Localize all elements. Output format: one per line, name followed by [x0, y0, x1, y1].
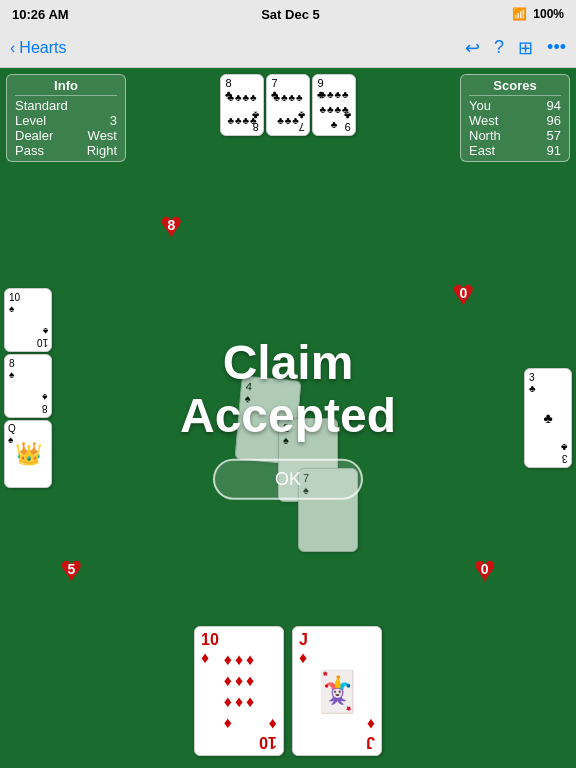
standard-label: Standard: [15, 98, 68, 113]
status-bar: 10:26 AM Sat Dec 5 📶 100%: [0, 0, 576, 28]
east-heart-value: 0: [481, 561, 489, 577]
info-row-standard: Standard: [15, 98, 117, 113]
north-card-3: 9♣ ♣♣ ♣♣ ♣♣ ♣♣ ♣ 9♣: [312, 74, 356, 136]
west-heart-value: 5: [67, 561, 75, 577]
you-score: 94: [547, 98, 561, 113]
status-date: Sat Dec 5: [261, 7, 320, 22]
claim-text: Claim Accepted: [180, 337, 396, 443]
north-heart-value: 0: [459, 285, 467, 301]
status-time: 10:26 AM: [12, 7, 69, 22]
level-value: 3: [110, 113, 117, 128]
level-label: Level: [15, 113, 46, 128]
battery-label: 100%: [533, 7, 564, 21]
west-cards: 10♠ 10♠ 8♠ 8♠ Q♠ 👑: [4, 288, 52, 488]
north-card-1: 8♣ ♣♣ ♣♣ ♣♣ ♣♣ 8♣: [220, 74, 264, 136]
info-row-dealer: Dealer West: [15, 128, 117, 143]
scores-panel: Scores You 94 West 96 North 57 East 91: [460, 74, 570, 162]
east-heart-badge: ♥ 0: [473, 550, 496, 588]
dealer-label: Dealer: [15, 128, 53, 143]
card-rank-corner: 8♣: [225, 78, 232, 100]
info-row-pass: Pass Right: [15, 143, 117, 158]
north-card-2: 7♣ ♣♣ ♣♣ ♣♣ ♣ 7♣: [266, 74, 310, 136]
west-card-3: Q♠ 👑: [4, 420, 52, 488]
game-area: Info Standard Level 3 Dealer West Pass R…: [0, 68, 576, 768]
score-row-east: East 91: [469, 143, 561, 158]
card-rank-corner: 9♣: [317, 78, 324, 100]
east-card-1: 3♣ 3♣ ♣: [524, 368, 572, 468]
info-title: Info: [15, 78, 117, 96]
north-score: 57: [547, 128, 561, 143]
help-button[interactable]: ?: [494, 37, 504, 58]
south-card-ten-diamonds[interactable]: 10♦ ♦ ♦ ♦ ♦ ♦ ♦ ♦ ♦ ♦ ♦ 10♦: [194, 626, 284, 756]
west-score: 96: [547, 113, 561, 128]
south-card-jack-diamonds[interactable]: J♦ 🃏 J♦: [292, 626, 382, 756]
more-button[interactable]: •••: [547, 37, 566, 58]
south-cards: 10♦ ♦ ♦ ♦ ♦ ♦ ♦ ♦ ♦ ♦ ♦ 10♦ J♦: [194, 626, 382, 756]
north-label: North: [469, 128, 501, 143]
wifi-icon: 📶: [512, 7, 527, 21]
east-label: East: [469, 143, 495, 158]
card-rank-corner-br: 8♣: [252, 110, 259, 132]
score-row-north: North 57: [469, 128, 561, 143]
pass-heart-value: 8: [167, 217, 175, 233]
info-row-level: Level 3: [15, 113, 117, 128]
info-panel: Info Standard Level 3 Dealer West Pass R…: [6, 74, 126, 162]
card-rank-corner-br: 7♣: [298, 110, 305, 132]
back-button[interactable]: ‹ Hearts: [10, 39, 66, 57]
scores-title: Scores: [469, 78, 561, 96]
pass-label: Pass: [15, 143, 44, 158]
ok-button[interactable]: OK: [213, 458, 363, 499]
east-cards: 3♣ 3♣ ♣: [524, 368, 572, 468]
west-card-1: 10♠ 10♠: [4, 288, 52, 352]
back-chevron-icon: ‹: [10, 39, 15, 57]
score-row-you: You 94: [469, 98, 561, 113]
nav-bar: ‹ Hearts ↩ ? ⊞ •••: [0, 28, 576, 68]
north-cards: 8♣ ♣♣ ♣♣ ♣♣ ♣♣ 8♣ 7♣ ♣♣ ♣♣ ♣♣ ♣: [220, 74, 356, 136]
west-card-2: 8♠ 8♠: [4, 354, 52, 418]
north-heart-badge: ♥ 0: [452, 274, 475, 312]
claim-line1: Claim: [223, 336, 354, 389]
undo-button[interactable]: ↩: [465, 37, 480, 59]
pass-value: Right: [87, 143, 117, 158]
east-score: 91: [547, 143, 561, 158]
claim-dialog: Claim Accepted OK: [180, 337, 396, 500]
card-rank-corner-br: 9♣: [344, 110, 351, 132]
pass-heart-badge: ♥ 8: [160, 206, 183, 244]
claim-line2: Accepted: [180, 389, 396, 442]
card-rank-corner: 7♣: [271, 78, 278, 100]
west-label: West: [469, 113, 498, 128]
west-heart-badge: ♥ 5: [60, 550, 83, 588]
score-row-west: West 96: [469, 113, 561, 128]
dealer-value: West: [88, 128, 117, 143]
grid-button[interactable]: ⊞: [518, 37, 533, 59]
back-label: Hearts: [19, 39, 66, 57]
you-label: You: [469, 98, 491, 113]
